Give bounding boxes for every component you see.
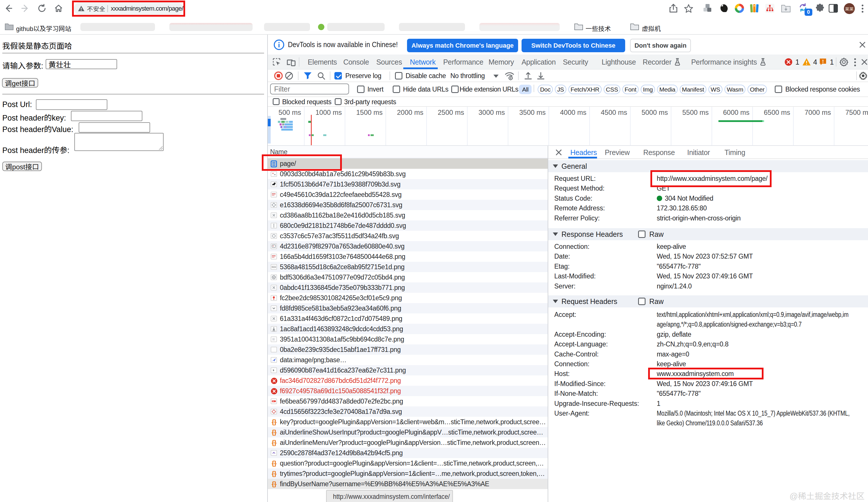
- devtools-tab-elements[interactable]: Elements: [308, 54, 337, 70]
- filter-type-doc[interactable]: Doc: [538, 85, 552, 94]
- devtools-tab-console[interactable]: Console: [343, 54, 369, 70]
- devtools-settings-icon[interactable]: [840, 58, 848, 66]
- request-row[interactable]: 2590c2878f4ad37e124d9b8a42b94cf5.png: [268, 448, 548, 458]
- hide-extension-urls-label[interactable]: Hide extension URLs: [459, 85, 518, 93]
- search-icon[interactable]: [317, 72, 325, 80]
- preserve-log-checkbox[interactable]: [334, 72, 342, 80]
- blocked-requests-checkbox[interactable]: [273, 98, 280, 105]
- post-key-input[interactable]: [71, 111, 142, 121]
- devtools-tab-lighthouse[interactable]: Lighthouse: [602, 54, 636, 70]
- blocked-requests-label[interactable]: Blocked requests: [282, 98, 331, 106]
- request-row[interactable]: c49e45610c39da122cfeefaeebd55428.svg: [268, 189, 548, 200]
- warning-badge-icon[interactable]: [802, 58, 810, 66]
- devtools-tab-recorder[interactable]: Recorder: [643, 54, 681, 70]
- network-overview-band[interactable]: 500 ms1000 ms1500 ms2000 ms2500 ms3000 m…: [268, 107, 868, 146]
- network-conditions-icon[interactable]: [505, 72, 514, 80]
- request-row[interactable]: {}trytimes?product=googlePlugin&appVersi…: [268, 468, 548, 479]
- get-button[interactable]: 调get接口: [2, 78, 38, 87]
- forward-icon[interactable]: [21, 4, 30, 13]
- request-row[interactable]: 3951a100431308a1af5c9bb694cd8c7e.png: [268, 334, 548, 344]
- puzzle-extensions-icon[interactable]: [815, 4, 824, 13]
- request-row[interactable]: data:image/png;base…: [268, 355, 548, 365]
- request-row[interactable]: 4cd15656f3223cfe3e270408a17a7d9a.svg: [268, 406, 548, 417]
- device-toolbar-icon[interactable]: [287, 58, 296, 66]
- menu-icon[interactable]: [862, 4, 864, 13]
- request-row[interactable]: cd386aa8b1162ba18e2e416d0d5cb185.svg: [268, 210, 548, 220]
- request-row[interactable]: {}key?product=googlePlugin&appVersion=1&…: [268, 417, 548, 427]
- request-row[interactable]: fe6bea567997dd4837a8ded07e2fe2bc.png: [268, 396, 548, 406]
- disable-cache-checkbox[interactable]: [395, 72, 402, 80]
- devtools-tab-sources[interactable]: Sources: [376, 54, 402, 70]
- section-header-request-headers[interactable]: Request Headers: [548, 295, 868, 307]
- filter-type-media[interactable]: Media: [657, 85, 678, 94]
- switch-devtools-chinese-button[interactable]: Switch DevTools to Chinese: [521, 39, 625, 52]
- star-icon[interactable]: [684, 4, 693, 13]
- filter-type-all[interactable]: All: [519, 85, 531, 94]
- devtools-tab-performance[interactable]: Performance: [443, 54, 483, 70]
- invert-label[interactable]: Invert: [368, 85, 383, 93]
- blocked-response-cookies-checkbox[interactable]: [775, 85, 782, 93]
- reload-icon[interactable]: [38, 4, 46, 13]
- raw-checkbox[interactable]: [638, 297, 645, 305]
- details-tab-preview[interactable]: Preview: [605, 146, 630, 159]
- resize-handle[interactable]: [159, 146, 163, 150]
- error-badge-icon[interactable]: [785, 58, 793, 66]
- issues-badge-icon[interactable]: [819, 58, 827, 66]
- throttling-select[interactable]: No throttling: [451, 72, 485, 80]
- request-row[interactable]: Demo5368a48155d18c6a2ce8ab95f2715e1d.png: [268, 262, 548, 272]
- third-party-checkbox[interactable]: [335, 98, 342, 105]
- request-row[interactable]: {}question?product=googlePlugin&appVersi…: [268, 458, 548, 468]
- network-settings-icon[interactable]: [859, 72, 867, 80]
- section-header-response-headers[interactable]: Response Headers: [548, 228, 868, 240]
- request-row[interactable]: 0ba2e8e239c935dec15abf1ae17ff731.png: [268, 344, 548, 355]
- always-match-language-button[interactable]: Always match Chrome's language: [407, 39, 518, 52]
- request-row[interactable]: {}aiUnderlineMenuVer?product=googlePlugi…: [268, 437, 548, 448]
- devtools-close-icon[interactable]: [860, 58, 868, 66]
- folder-download-extension-icon[interactable]: [781, 4, 791, 13]
- param-input[interactable]: [45, 59, 117, 69]
- request-row[interactable]: 166a5b4dd1659f3103e7648500444e68.png: [268, 251, 548, 262]
- invert-checkbox[interactable]: [357, 85, 364, 93]
- inspect-icon[interactable]: [273, 58, 281, 66]
- request-row[interactable]: 1fcf50513b6d47e71b13e9388f709b3d.svg: [268, 179, 548, 189]
- filter-type-other[interactable]: Other: [747, 85, 767, 94]
- import-har-icon[interactable]: [524, 72, 533, 80]
- post-button[interactable]: 调post接口: [2, 161, 42, 171]
- back-icon[interactable]: [4, 4, 13, 13]
- devtools-more-icon[interactable]: [854, 58, 856, 66]
- bookmark-vm-folder[interactable]: 虚拟机: [642, 23, 661, 33]
- hide-extension-urls-checkbox[interactable]: [451, 85, 459, 93]
- devtools-tab-application[interactable]: Application: [521, 54, 556, 70]
- details-tab-headers[interactable]: Headers: [570, 146, 597, 159]
- post-value-input[interactable]: [79, 122, 150, 133]
- dont-show-again-button[interactable]: Don't show again: [630, 39, 691, 52]
- request-row[interactable]: c3537c6c57e37ac3f5511d5df34a24fb.svg: [268, 231, 548, 241]
- devtools-tab-security[interactable]: Security: [563, 54, 588, 70]
- raw-checkbox[interactable]: [638, 230, 645, 238]
- post-url-input[interactable]: [36, 99, 107, 110]
- filter-type-wasm[interactable]: Wasm: [724, 85, 746, 94]
- request-row[interactable]: 1ac8af1acd1463893248c9dcdc4cdd53.png: [268, 324, 548, 334]
- raw-label[interactable]: Raw: [649, 297, 664, 306]
- export-har-icon[interactable]: [537, 72, 545, 80]
- banner-close-icon[interactable]: [858, 41, 867, 49]
- filter-type-font[interactable]: Font: [622, 85, 639, 94]
- request-row[interactable]: 0abdc41f1336845de735e079b333b771.png: [268, 282, 548, 293]
- request-row[interactable]: e16338d6694e35b8d6f8fa25007c6731.svg: [268, 200, 548, 210]
- hide-data-urls-label[interactable]: Hide data URLs: [403, 85, 448, 93]
- preserve-log-label[interactable]: Preserve log: [345, 72, 382, 80]
- request-row[interactable]: fd8fd985ce581ba3eb5a923ea34a60f6.png: [268, 303, 548, 313]
- filter-type-img[interactable]: Img: [641, 85, 655, 94]
- request-row[interactable]: bdf5306d6a3e47510977e09d72c05bd4.png: [268, 272, 548, 282]
- clear-icon[interactable]: [285, 72, 293, 80]
- filter-input[interactable]: [270, 84, 349, 94]
- splitview-icon[interactable]: [829, 4, 838, 13]
- sitemap-extension-icon[interactable]: [765, 4, 774, 13]
- bookmark-github-folder[interactable]: github以及学习网站: [16, 23, 71, 33]
- home-icon[interactable]: [54, 4, 63, 13]
- third-party-label[interactable]: 3rd-party requests: [344, 98, 396, 106]
- request-row[interactable]: {}aiUnderlineShowUserInput?product=googl…: [268, 427, 548, 437]
- request-row[interactable]: 61a331a4f463d6cf0872c1cd7d075489.png: [268, 313, 548, 324]
- colorwheel-extension-icon[interactable]: [735, 4, 744, 13]
- details-tab-response[interactable]: Response: [643, 146, 675, 159]
